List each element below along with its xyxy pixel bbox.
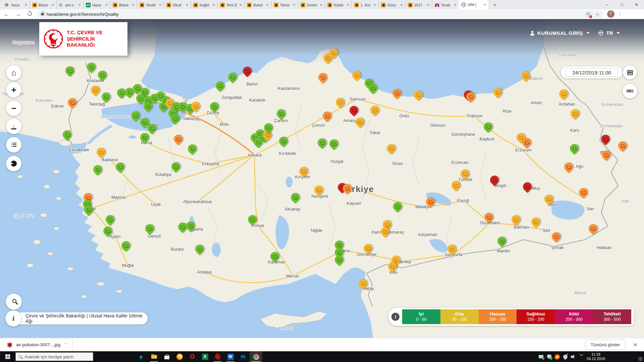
volume-tray-icon[interactable]: [571, 354, 576, 360]
tab-close-icon[interactable]: ✕: [132, 3, 135, 7]
tab-close-icon[interactable]: ✕: [266, 3, 269, 7]
taskbar-app-photoshop[interactable]: [237, 351, 250, 362]
map-pie-button[interactable]: [6, 156, 21, 171]
tab-title: hava: [11, 3, 23, 7]
profile-avatar[interactable]: T: [607, 10, 614, 18]
bookmark-star-icon[interactable]: ☆: [595, 12, 600, 17]
taskbar-app-firefox[interactable]: [173, 351, 186, 362]
tab-close-icon[interactable]: ✕: [51, 3, 54, 7]
wifi-tray-icon[interactable]: [579, 354, 584, 360]
datetime-input[interactable]: 24/12/2019 11:00: [566, 68, 618, 77]
tab-close-icon[interactable]: ✕: [427, 3, 430, 7]
file-menu-chevron-icon[interactable]: ˆ: [65, 343, 67, 347]
close-button[interactable]: ✕: [629, 0, 644, 9]
browser-tab[interactable]: 1. Kür✕: [352, 1, 378, 9]
tab-close-icon[interactable]: ✕: [293, 3, 296, 7]
aqi-face-icon: [524, 140, 529, 145]
tab-close-icon[interactable]: ✕: [185, 3, 188, 7]
taskbar-app-chrome[interactable]: [250, 351, 262, 362]
browser-tab[interactable]: Hava✕: [83, 1, 110, 9]
aqi-face-icon: [293, 195, 298, 200]
browser-menu-icon[interactable]: ⋮: [618, 12, 623, 16]
browser-tab[interactable]: YeniH✕: [137, 1, 164, 9]
avast-tray-icon[interactable]: [554, 354, 560, 360]
tab-close-icon[interactable]: ✕: [454, 3, 457, 7]
browser-tab[interactable]: Kütah✕: [325, 1, 352, 9]
tab-close-icon[interactable]: ✕: [320, 3, 322, 7]
printer-tray-icon[interactable]: [538, 354, 544, 360]
tab-close-icon[interactable]: ✕: [400, 3, 403, 7]
browser-tab[interactable]: Temiz✕: [271, 1, 298, 9]
map-home-button[interactable]: [6, 65, 21, 80]
tab-close-icon[interactable]: ✕: [24, 3, 27, 7]
browser-tab[interactable]: Torak✕: [432, 1, 459, 9]
tab-close-icon[interactable]: ✕: [483, 3, 486, 6]
reload-button[interactable]: [25, 11, 34, 17]
browser-tab[interactable]: Biane✕: [110, 1, 137, 9]
action-center-button[interactable]: 1: [635, 354, 641, 360]
satellite-tray-icon[interactable]: [562, 354, 568, 360]
downloaded-file[interactable]: air-pollution-3007....jpg: [16, 342, 60, 347]
taskbar-app-redapp[interactable]: [211, 351, 224, 362]
taskbar-app-explorer[interactable]: [148, 351, 160, 362]
hki-button[interactable]: HKI: [623, 84, 637, 99]
legend-info-icon[interactable]: i: [391, 313, 399, 321]
tab-close-icon[interactable]: ✕: [212, 3, 215, 7]
ministry-logo[interactable]: T.C. ÇEVRE VE ŞEHİRCİLİK BAKANLIĞI: [39, 22, 127, 56]
site-favicon-icon: [220, 3, 225, 7]
browser-tab[interactable]: Yeni D✕: [217, 1, 244, 9]
taskbar-app-edge[interactable]: [135, 351, 148, 362]
calendar-button[interactable]: [623, 65, 637, 79]
country-label: Ermenistan: [600, 123, 623, 128]
aqi-face-icon: [371, 86, 375, 90]
download-bar-close-icon[interactable]: ✕: [633, 342, 637, 348]
corporate-login-button[interactable]: KURUMSAL GİRİŞ: [530, 30, 590, 36]
new-tab-button[interactable]: +: [490, 1, 499, 9]
aqi-face-icon: [492, 178, 497, 182]
taskbar-app-store[interactable]: [160, 351, 173, 362]
browser-tab[interactable]: Biane✕: [30, 1, 56, 9]
map-list-button[interactable]: [6, 137, 21, 153]
taskbar-app-word[interactable]: [224, 351, 237, 362]
browser-tab[interactable]: Düny✕: [378, 1, 405, 9]
show-all-downloads-button[interactable]: Tümünü göster: [585, 340, 626, 350]
browser-tab[interactable]: Okull✕: [164, 1, 191, 9]
browser-tab[interactable]: Buket✕: [244, 1, 271, 9]
tab-close-icon[interactable]: ✕: [239, 3, 242, 7]
map-minus-button[interactable]: [6, 101, 21, 116]
maximize-button[interactable]: □: [614, 0, 629, 9]
defender-tray-icon[interactable]: [546, 354, 552, 360]
map-plus-button[interactable]: [6, 82, 21, 98]
back-button[interactable]: ←: [3, 11, 11, 17]
country-label: Ermenistan: [601, 102, 624, 107]
taskbar-search[interactable]: Aramak için buraya yazın: [15, 352, 93, 361]
browser-tab[interactable]: pm o✕: [56, 1, 83, 9]
browser-tab[interactable]: SİM (✕: [459, 0, 488, 9]
browser-tab[interactable]: Green✕: [298, 1, 325, 9]
location-blocked-icon[interactable]: [586, 12, 591, 16]
minimize-button[interactable]: –: [600, 0, 614, 9]
map-download-button[interactable]: [6, 119, 21, 134]
legend-item-range: 100 - 150: [489, 317, 506, 322]
browser-tab[interactable]: 2017✕: [405, 1, 432, 9]
tab-close-icon[interactable]: ✕: [373, 3, 376, 7]
start-button[interactable]: [0, 351, 15, 362]
info-button[interactable]: [5, 310, 21, 326]
ministry-emblem-icon: [43, 29, 63, 49]
language-selector[interactable]: TR: [598, 30, 620, 36]
aqi-face-icon: [281, 139, 286, 143]
map-search-button[interactable]: [6, 294, 22, 310]
address-bar[interactable]: havaizleme.gov.tr/Services/AirQuality ☆: [37, 10, 604, 18]
browser-tab[interactable]: Kağıtl✕: [191, 1, 217, 9]
city-label: Tokat: [369, 130, 380, 135]
forward-button[interactable]: →: [14, 11, 22, 17]
taskbar-clock[interactable]: 11:18 24.12.2019: [587, 352, 605, 361]
taskbar-app-excel[interactable]: [199, 351, 211, 362]
tab-close-icon[interactable]: ✕: [78, 3, 81, 7]
taskbar-app-opera[interactable]: [186, 351, 199, 362]
browser-tab[interactable]: hava✕: [3, 1, 30, 9]
tab-close-icon[interactable]: ✕: [346, 3, 349, 7]
tab-close-icon[interactable]: ✕: [105, 3, 108, 7]
map-viewport[interactable]: EdirneKırklareliTekirdağÇanakkaleYalovaB…: [0, 19, 644, 338]
tab-close-icon[interactable]: ✕: [159, 3, 161, 7]
